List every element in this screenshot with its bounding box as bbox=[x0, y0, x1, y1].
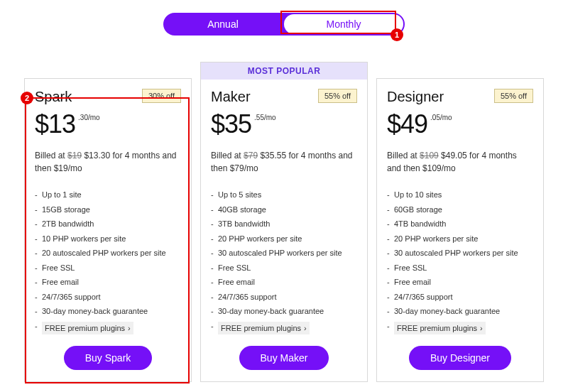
feature-list: Up to 1 site 15GB storage 2TB bandwidth … bbox=[35, 187, 181, 336]
list-item: Free email bbox=[35, 275, 181, 290]
list-item: 24/7/365 support bbox=[211, 290, 357, 305]
billing-strike: $79 bbox=[244, 151, 258, 160]
billing-strike: $109 bbox=[420, 151, 439, 160]
feature-list: Up to 5 sites 40GB storage 3TB bandwidth… bbox=[211, 187, 357, 336]
plugin-label: FREE premium plugins bbox=[45, 322, 125, 334]
price-sub: .55/mo bbox=[254, 114, 276, 121]
list-item: FREE premium plugins › bbox=[35, 319, 181, 337]
list-item: 40GB storage bbox=[211, 202, 357, 217]
list-item: Free email bbox=[211, 275, 357, 290]
plugin-label: FREE premium plugins bbox=[397, 322, 477, 334]
list-item: 60GB storage bbox=[387, 202, 533, 217]
plugin-label: FREE premium plugins bbox=[221, 322, 301, 334]
pricing-plans: Spark 30% off $13 .30/mo Billed at $19 $… bbox=[0, 78, 568, 382]
billing-prefix: Billed at bbox=[387, 151, 420, 160]
billing-prefix: Billed at bbox=[211, 151, 244, 160]
billing-toggle-track: Annual Monthly bbox=[163, 13, 405, 36]
price-main: $35 bbox=[211, 109, 251, 139]
billing-text: Billed at $19 $13.30 for 4 months and th… bbox=[35, 149, 181, 175]
discount-badge: 55% off bbox=[494, 89, 533, 103]
plan-name: Designer bbox=[387, 89, 444, 105]
discount-badge: 55% off bbox=[318, 89, 357, 103]
list-item: 30-day money-back guarantee bbox=[35, 304, 181, 319]
discount-badge: 30% off bbox=[142, 89, 181, 103]
list-item: 30 autoscaled PHP workers per site bbox=[387, 246, 533, 261]
list-item: 4TB bandwidth bbox=[387, 217, 533, 232]
billing-toggle: Annual Monthly bbox=[0, 0, 568, 36]
toggle-annual[interactable]: Annual bbox=[163, 14, 283, 34]
list-item: 2TB bandwidth bbox=[35, 217, 181, 232]
list-item: 24/7/365 support bbox=[387, 290, 533, 305]
buy-designer-button[interactable]: Buy Designer bbox=[409, 346, 511, 370]
chevron-right-icon: › bbox=[480, 322, 483, 334]
list-item: 20 PHP workers per site bbox=[211, 232, 357, 246]
list-item: Free SSL bbox=[211, 261, 357, 276]
list-item: 30-day money-back guarantee bbox=[387, 304, 533, 319]
feature-list: Up to 10 sites 60GB storage 4TB bandwidt… bbox=[387, 187, 533, 336]
plan-maker: MOST POPULAR Maker 55% off $35 .55/mo Bi… bbox=[200, 78, 368, 382]
list-item: FREE premium plugins › bbox=[387, 319, 533, 337]
list-item: 20 PHP workers per site bbox=[387, 232, 533, 246]
list-item: 30-day money-back guarantee bbox=[211, 304, 357, 319]
list-item: 3TB bandwidth bbox=[211, 217, 357, 232]
list-item: 15GB storage bbox=[35, 202, 181, 217]
price-main: $13 bbox=[35, 109, 75, 139]
plan-designer: Designer 55% off $49 .05/mo Billed at $1… bbox=[376, 78, 544, 382]
buy-maker-button[interactable]: Buy Maker bbox=[239, 346, 329, 370]
toggle-monthly[interactable]: Monthly bbox=[284, 14, 403, 34]
billing-prefix: Billed at bbox=[35, 151, 67, 160]
chevron-right-icon: › bbox=[128, 322, 131, 334]
billing-strike: $19 bbox=[67, 151, 82, 160]
price-sub: .30/mo bbox=[78, 114, 100, 121]
plan-name: Maker bbox=[211, 89, 251, 105]
plan-name: Spark bbox=[35, 89, 72, 105]
premium-plugins-link[interactable]: FREE premium plugins › bbox=[42, 322, 133, 335]
list-item: 24/7/365 support bbox=[35, 290, 181, 305]
list-item: 10 PHP workers per site bbox=[35, 232, 181, 246]
billing-text: Billed at $109 $49.05 for 4 months and t… bbox=[387, 149, 533, 175]
list-item: Free email bbox=[387, 275, 533, 290]
list-item: 30 autoscaled PHP workers per site bbox=[211, 246, 357, 261]
chevron-right-icon: › bbox=[304, 322, 307, 334]
list-item: FREE premium plugins › bbox=[211, 319, 357, 337]
most-popular-badge: MOST POPULAR bbox=[200, 62, 368, 80]
premium-plugins-link[interactable]: FREE premium plugins › bbox=[218, 322, 310, 335]
list-item: Free SSL bbox=[35, 261, 181, 276]
price-sub: .05/mo bbox=[430, 114, 452, 121]
buy-spark-button[interactable]: Buy Spark bbox=[64, 346, 153, 370]
list-item: 20 autoscaled PHP workers per site bbox=[35, 246, 181, 261]
list-item: Free SSL bbox=[387, 261, 533, 276]
list-item: Up to 1 site bbox=[35, 187, 181, 202]
price-main: $49 bbox=[387, 109, 427, 139]
list-item: Up to 10 sites bbox=[387, 187, 533, 202]
premium-plugins-link[interactable]: FREE premium plugins › bbox=[394, 322, 486, 335]
billing-text: Billed at $79 $35.55 for 4 months and th… bbox=[211, 149, 357, 175]
plan-spark: Spark 30% off $13 .30/mo Billed at $19 $… bbox=[24, 78, 192, 382]
list-item: Up to 5 sites bbox=[211, 187, 357, 202]
